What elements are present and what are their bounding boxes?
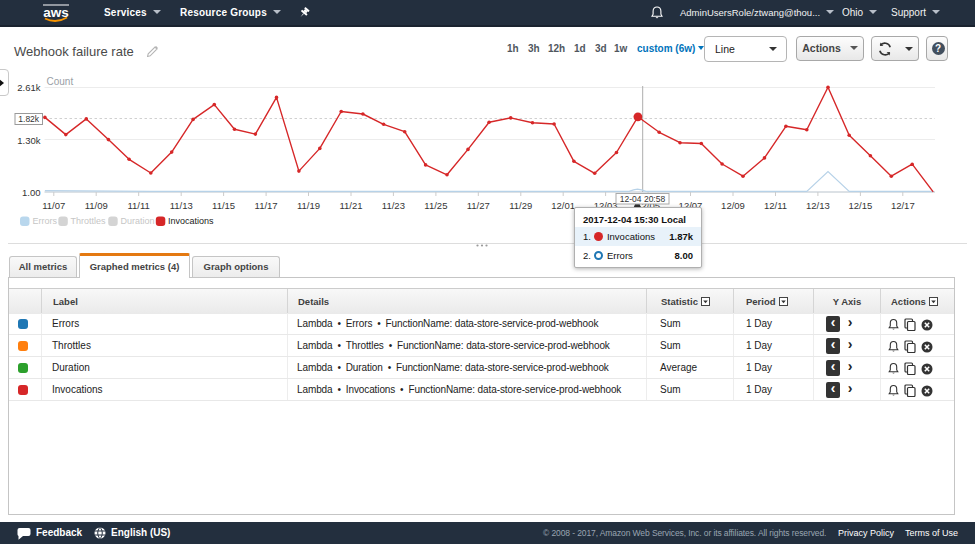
svg-text:Throttles: Throttles [71,216,107,226]
svg-text:11/23: 11/23 [382,200,405,211]
svg-text:11/21: 11/21 [339,200,362,211]
svg-text:11/29: 11/29 [509,200,532,211]
svg-text:11/13: 11/13 [170,200,193,211]
svg-text:11/19: 11/19 [297,200,320,211]
svg-text:Duration: Duration [121,216,155,226]
svg-text:1.82k: 1.82k [18,114,40,124]
svg-text:1.30k: 1.30k [17,135,40,146]
svg-text:Count: Count [47,76,74,87]
svg-text:12/17: 12/17 [891,200,915,211]
svg-text:Invocations: Invocations [168,216,214,226]
svg-text:12/13: 12/13 [806,200,830,211]
svg-text:11/07: 11/07 [42,200,65,211]
svg-text:11/25: 11/25 [424,200,447,211]
svg-text:1.00: 1.00 [22,187,41,198]
svg-text:12/15: 12/15 [849,200,873,211]
svg-text:12-04 20:58: 12-04 20:58 [620,194,666,204]
svg-text:12/01: 12/01 [551,200,575,211]
svg-text:11/27: 11/27 [467,200,490,211]
svg-text:12/11: 12/11 [764,200,787,211]
svg-text:11/15: 11/15 [212,200,235,211]
svg-text:11/09: 11/09 [85,200,108,211]
svg-text:2.61k: 2.61k [17,82,40,93]
svg-text:11/11: 11/11 [128,200,150,211]
svg-text:Errors: Errors [33,216,58,226]
svg-text:12/09: 12/09 [721,200,745,211]
svg-text:11/17: 11/17 [255,200,278,211]
